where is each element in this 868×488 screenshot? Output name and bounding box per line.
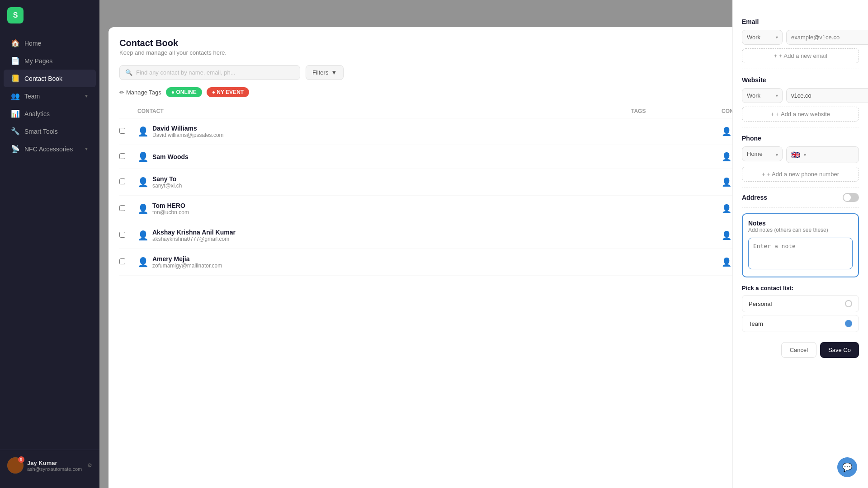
contact-avatar-icon: 👤 (137, 257, 149, 267)
sidebar-item-nfc-accessories[interactable]: 📡 NFC Accessories ▼ (4, 140, 96, 158)
settings-icon[interactable]: ⚙ (87, 462, 92, 469)
plus-icon: + (762, 171, 765, 178)
tag-online[interactable]: ● ONLINE (166, 87, 202, 97)
website-type-wrapper: Work Personal Other (742, 88, 783, 103)
contact-list-label: Pick a contact list: (742, 285, 859, 291)
contact-name: Tom HERO (152, 202, 189, 209)
sidebar-item-smart-tools[interactable]: 🔧 Smart Tools (4, 122, 96, 140)
contact-email: zofumamigy@mailinator.com (152, 263, 222, 269)
contact-email: akshaykrishna0777@gmail.com (152, 236, 236, 242)
contact-avatar-icon: 👤 (137, 126, 149, 137)
contact-name: Amery Mejia (152, 255, 222, 263)
address-section: Address (742, 193, 859, 202)
pages-icon: 📄 (11, 56, 20, 65)
user-name: Jay Kumar (27, 460, 82, 466)
sidebar-item-label: My Pages (24, 57, 89, 65)
phone-type-select[interactable]: Home Work Mobile (742, 146, 783, 161)
user-info: 5 Jay Kumar ash@synxautomate.com ⚙ (7, 457, 92, 474)
website-type-select[interactable]: Work Personal Other (742, 88, 783, 103)
contact-email: David.williams@jpssales.com (152, 132, 224, 138)
filter-icon: ▼ (331, 69, 337, 76)
sidebar-item-label: Smart Tools (24, 128, 89, 135)
sidebar-item-team[interactable]: 👥 Team ▼ (4, 87, 96, 105)
cancel-button[interactable]: Cancel (781, 342, 816, 358)
phone-type-wrapper: Home Work Mobile (742, 146, 783, 163)
chat-bubble-button[interactable]: 💬 (837, 457, 857, 477)
manage-tags-button[interactable]: ✏ Manage Tags (119, 89, 161, 96)
save-button[interactable]: Save Co (820, 342, 859, 358)
search-box[interactable]: 🔍 Find any contact by name, email, ph... (119, 65, 300, 80)
notification-badge: 5 (18, 456, 24, 463)
contact-cell: 👤 Tom HERO ton@ucbn.com (137, 202, 631, 216)
address-toggle[interactable] (843, 193, 859, 202)
filter-button[interactable]: Filters ▼ (306, 65, 344, 80)
contact-list-option-team[interactable]: Team (742, 315, 859, 332)
sidebar-item-contact-book[interactable]: 📒 Contact Book (4, 70, 96, 87)
analytics-icon: 📊 (11, 109, 20, 118)
website-field-row: Work Personal Other (742, 88, 859, 103)
home-icon: 🏠 (11, 39, 20, 47)
filter-label: Filters (312, 69, 328, 76)
contact-cell: 👤 David Williams David.williams@jpssales… (137, 125, 631, 138)
website-input[interactable] (786, 88, 868, 103)
row-checkbox[interactable] (119, 128, 125, 134)
tools-icon: 🔧 (11, 127, 20, 136)
panel-subtitle: Keep and manage all your contacts here. (119, 49, 226, 56)
sidebar-item-label: Contact Book (24, 75, 89, 82)
add-contact-panel: Email Work Personal Other + + Add a new … (732, 0, 868, 488)
contact-avatar-icon: 👤 (137, 177, 149, 188)
notes-input[interactable] (748, 238, 853, 269)
row-checkbox[interactable] (119, 258, 125, 264)
contact-cell: 👤 Sam Woods (137, 151, 631, 162)
address-label: Address (742, 194, 767, 201)
panel-title: Contact Book (119, 38, 226, 48)
contact-email: sanyt@xi.ch (152, 183, 182, 189)
sidebar-item-label: Analytics (24, 110, 89, 117)
row-checkbox[interactable] (119, 153, 125, 159)
contact-cell: 👤 Sany To sanyt@xi.ch (137, 175, 631, 189)
radio-personal (845, 300, 852, 307)
sidebar: S 🏠 Home 📄 My Pages 📒 Contact Book 👥 Tea… (0, 0, 99, 488)
list-option-label: Team (749, 320, 763, 327)
tag-event[interactable]: ● NY EVENT (207, 87, 249, 97)
phone-input-container[interactable]: 🇬🇧 ▼ (786, 146, 859, 163)
email-type-select[interactable]: Work Personal Other (742, 30, 783, 45)
main-content: Contact Book Keep and manage all your co… (99, 0, 868, 488)
contact-list-option-personal[interactable]: Personal (742, 295, 859, 312)
radio-team (845, 320, 852, 327)
flag-dropdown-icon: ▼ (803, 153, 807, 157)
search-placeholder: Find any contact by name, email, ph... (136, 69, 236, 76)
contact-email: ton@ucbn.com (152, 209, 189, 216)
contact-name: Sany To (152, 175, 182, 183)
col-check (119, 108, 137, 114)
plus-icon: + (771, 111, 774, 117)
sidebar-item-label: Home (24, 40, 89, 47)
add-phone-label: + Add a new phone number (767, 171, 839, 178)
contact-avatar-icon: 👤 (137, 151, 149, 162)
row-checkbox[interactable] (119, 178, 125, 184)
row-checkbox[interactable] (119, 205, 125, 211)
email-input[interactable] (786, 30, 868, 45)
sidebar-bottom: 5 Jay Kumar ash@synxautomate.com ⚙ (0, 450, 99, 481)
website-section-label: Website (742, 76, 859, 84)
add-website-label: + Add a new website (776, 111, 830, 117)
toggle-knob (844, 194, 851, 201)
add-email-button[interactable]: + + Add a new email (742, 48, 859, 63)
notes-title: Notes (748, 220, 853, 227)
sidebar-item-analytics[interactable]: 📊 Analytics (4, 105, 96, 122)
contact-book-icon: 📒 (11, 74, 20, 83)
contact-cell: 👤 Amery Mejia zofumamigy@mailinator.com (137, 255, 631, 269)
add-website-button[interactable]: + + Add a new website (742, 107, 859, 122)
sidebar-item-label: NFC Accessories (24, 145, 80, 153)
add-phone-button[interactable]: + + Add a new phone number (742, 167, 859, 182)
manage-tags-label: Manage Tags (126, 89, 161, 96)
chat-icon: 💬 (842, 462, 852, 472)
sidebar-item-home[interactable]: 🏠 Home (4, 34, 96, 52)
nfc-icon: 📡 (11, 145, 20, 153)
search-icon: 🔍 (125, 69, 132, 76)
row-checkbox[interactable] (119, 232, 125, 238)
chevron-down-icon: ▼ (84, 94, 89, 99)
notes-subtitle: Add notes (others can see these) (748, 227, 853, 233)
sidebar-item-my-pages[interactable]: 📄 My Pages (4, 52, 96, 70)
email-type-wrapper: Work Personal Other (742, 30, 783, 45)
